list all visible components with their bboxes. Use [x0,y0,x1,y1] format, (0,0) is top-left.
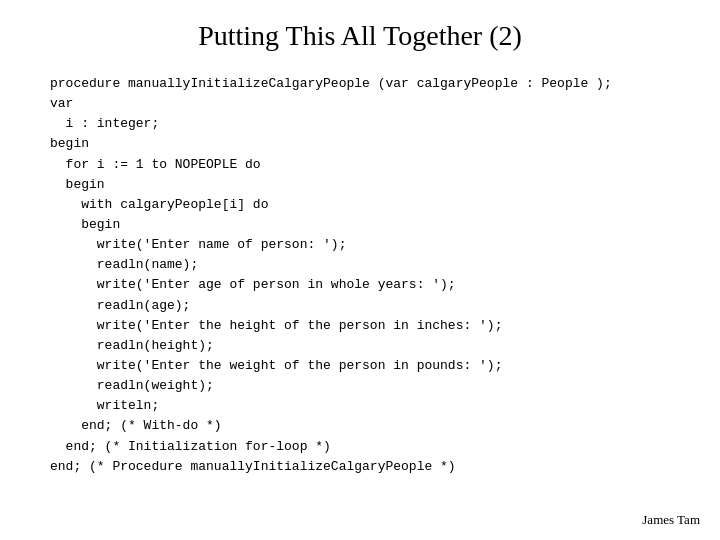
code-line: end; (* With-do *) [50,416,680,436]
code-line: begin [50,175,680,195]
code-line: procedure manuallyInitializeCalgaryPeopl… [50,74,680,94]
code-line: readln(age); [50,296,680,316]
code-line: end; (* Initialization for-loop *) [50,437,680,457]
code-line: readln(weight); [50,376,680,396]
code-line: write('Enter the height of the person in… [50,316,680,336]
code-block: procedure manuallyInitializeCalgaryPeopl… [40,74,680,477]
code-line: write('Enter age of person in whole year… [50,275,680,295]
slide-title: Putting This All Together (2) [40,20,680,52]
code-line: write('Enter name of person: '); [50,235,680,255]
code-line: for i := 1 to NOPEOPLE do [50,155,680,175]
code-line: i : integer; [50,114,680,134]
author-label: James Tam [642,512,700,528]
code-line: with calgaryPeople[i] do [50,195,680,215]
slide-page: Putting This All Together (2) procedure … [0,0,720,540]
code-line: var [50,94,680,114]
code-line: begin [50,215,680,235]
code-line: end; (* Procedure manuallyInitializeCalg… [50,457,680,477]
code-line: readln(height); [50,336,680,356]
code-line: begin [50,134,680,154]
code-line: writeln; [50,396,680,416]
code-line: readln(name); [50,255,680,275]
code-line: write('Enter the weight of the person in… [50,356,680,376]
